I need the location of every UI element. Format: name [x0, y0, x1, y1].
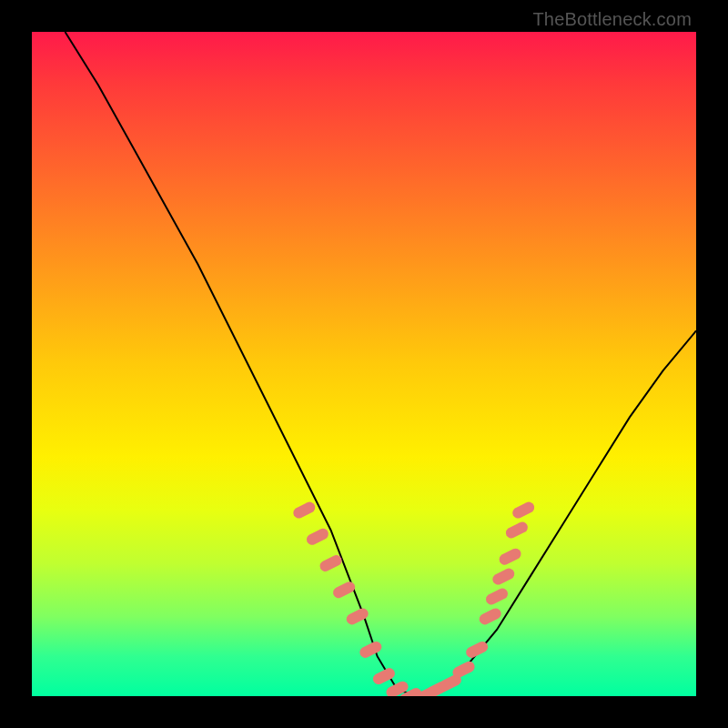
- highlight-dot: [505, 554, 516, 560]
- highlight-dot: [491, 594, 502, 600]
- highlight-dot: [312, 534, 323, 540]
- highlight-dot: [379, 673, 389, 679]
- highlight-dot: [365, 647, 376, 652]
- highlight-dot: [459, 667, 470, 672]
- highlight-dot: [392, 687, 403, 693]
- highlight-dot: [498, 574, 509, 580]
- chart-plot-area: [32, 32, 696, 696]
- highlight-dot: [326, 561, 337, 566]
- highlight-dot: [352, 613, 363, 619]
- highlight-dot: [298, 508, 309, 513]
- highlight-dot: [445, 680, 456, 685]
- highlight-dot: [339, 587, 349, 592]
- chart-svg-overlay: [32, 32, 696, 696]
- watermark-text: TheBottleneck.com: [532, 9, 692, 30]
- highlight-dot: [485, 613, 496, 619]
- bottleneck-curve: [66, 32, 697, 696]
- highlight-dot: [511, 528, 522, 533]
- curve-layer: [66, 32, 697, 696]
- highlight-dot: [471, 647, 482, 652]
- highlight-dot: [518, 508, 529, 513]
